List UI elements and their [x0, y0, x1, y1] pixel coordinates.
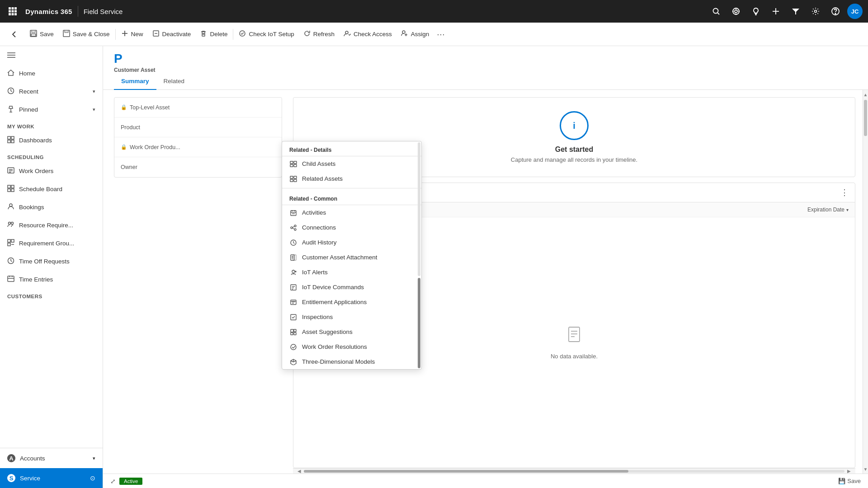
dropdown-item-three-dimensional-models[interactable]: Three-Dimensional Models	[282, 354, 421, 369]
check-iot-icon	[239, 30, 246, 38]
dropdown-item-asset-suggestions[interactable]: Asset Suggestions	[282, 324, 421, 339]
sidebar-item-schedule-board[interactable]: Schedule Board	[0, 180, 103, 198]
form-area: 🔒 Top-Level Asset Product 🔒	[103, 90, 868, 474]
dropdown-item-audit-history[interactable]: Audit History	[282, 235, 421, 250]
dropdown-item-iot-alerts[interactable]: IoT Alerts	[282, 265, 421, 280]
svg-rect-115	[291, 333, 293, 335]
delete-label: Delete	[210, 31, 227, 38]
status-save-label: Save	[847, 478, 861, 484]
add-icon[interactable]	[768, 3, 784, 19]
help-icon[interactable]	[827, 3, 844, 19]
dropdown-item-connections[interactable]: Connections	[282, 220, 421, 235]
vertical-scrollbar[interactable]: ▲ ▼	[863, 90, 868, 474]
new-button[interactable]: New	[117, 26, 148, 42]
sidebar-item-work-orders[interactable]: Work Orders	[0, 162, 103, 180]
work-order-product-label: 🔒 Work Order Produ...	[121, 144, 193, 150]
sidebar-item-recent[interactable]: Recent ▾	[0, 82, 103, 100]
sidebar-item-home[interactable]: Home	[0, 64, 103, 82]
refresh-button[interactable]: Refresh	[299, 26, 339, 42]
check-iot-button[interactable]: Check IoT Setup	[234, 26, 298, 42]
sidebar-item-time-off[interactable]: Time Off Requests	[0, 252, 103, 270]
dropdown-item-related-assets[interactable]: Related Assets	[282, 171, 421, 186]
owner-label: Owner	[121, 164, 193, 170]
svg-line-119	[291, 361, 293, 362]
sidebar-collapse-button[interactable]	[0, 46, 103, 64]
sidebar-item-time-entries[interactable]: Time Entries	[0, 270, 103, 288]
scroll-right-button[interactable]: ▶	[844, 469, 854, 474]
svg-rect-80	[294, 164, 297, 167]
dropdown-scroll-area[interactable]: Related - Details Child Assets	[282, 141, 421, 369]
scroll-left-button[interactable]: ◀	[295, 469, 304, 474]
save-close-button[interactable]: Save & Close	[58, 26, 114, 42]
dropdown-item-iot-device-commands[interactable]: IoT Device Commands	[282, 280, 421, 295]
sidebar-item-pinned[interactable]: Pinned ▾	[0, 100, 103, 118]
horizontal-scrollbar[interactable]: ◀ ▶	[293, 468, 855, 474]
svg-point-92	[294, 229, 296, 230]
save-icon	[30, 30, 37, 38]
svg-rect-2	[14, 7, 17, 9]
svg-rect-65	[11, 239, 14, 242]
scroll-down-button[interactable]: ▼	[863, 465, 868, 474]
more-commands-button[interactable]: ⋯	[434, 27, 448, 42]
filter-icon[interactable]	[788, 3, 804, 19]
dropdown-item-customer-asset-attachment[interactable]: Customer Asset Attachment	[282, 250, 421, 265]
dropdown-item-entitlement-applications[interactable]: Entitlement Applications	[282, 295, 421, 310]
dropdown-item-activities[interactable]: Activities	[282, 205, 421, 220]
sidebar-item-dashboards[interactable]: Dashboards	[0, 131, 103, 149]
back-button[interactable]	[7, 27, 22, 42]
svg-point-9	[713, 9, 718, 14]
timeline-circle: i	[560, 111, 589, 140]
connections-icon	[289, 225, 297, 231]
content-area: P Customer Asset Summary Related 🔒 Top-L…	[103, 46, 868, 488]
svg-rect-52	[11, 140, 14, 143]
sidebar-item-bookings[interactable]: Bookings	[0, 198, 103, 216]
check-iot-label: Check IoT Setup	[249, 31, 294, 38]
tab-summary[interactable]: Summary	[114, 73, 156, 90]
svg-rect-112	[291, 314, 296, 320]
sidebar-item-service[interactable]: S Service ⊙	[0, 468, 103, 488]
form-fields: 🔒 Top-Level Asset Product 🔒	[103, 90, 293, 474]
expiration-col-header[interactable]: Expiration Date ▾	[807, 206, 849, 213]
child-assets-label: Child Assets	[302, 160, 335, 167]
user-avatar[interactable]: JC	[847, 4, 863, 19]
dropdown-item-work-order-resolutions[interactable]: Work Order Resolutions	[282, 339, 421, 354]
status-save-button[interactable]: 💾 Save	[838, 478, 861, 484]
sidebar-item-requirement-groups[interactable]: Requirement Grou...	[0, 234, 103, 252]
dropdown-item-inspections[interactable]: Inspections	[282, 310, 421, 324]
check-access-label: Check Access	[354, 31, 392, 38]
recent-icon	[7, 87, 14, 96]
sidebar-item-resource-requirements[interactable]: Resource Require...	[0, 216, 103, 234]
pinned-icon	[7, 105, 14, 114]
sidebar-service-label: Service	[20, 475, 40, 482]
status-expand-icon[interactable]: ⤢	[110, 478, 116, 485]
svg-point-24	[835, 13, 836, 14]
top-navigation: Dynamics 365 Field Service	[0, 0, 868, 23]
settings-icon[interactable]	[807, 3, 824, 19]
assign-icon	[401, 30, 408, 38]
scrollbar-thumb[interactable]	[304, 470, 628, 473]
tab-related[interactable]: Related	[156, 73, 192, 90]
svg-rect-66	[8, 243, 10, 246]
sidebar-schedule-board-label: Schedule Board	[19, 186, 62, 192]
check-access-button[interactable]: Check Access	[339, 26, 396, 42]
search-icon[interactable]	[708, 3, 724, 19]
delete-button[interactable]: Delete	[195, 26, 232, 42]
dropdown-item-child-assets[interactable]: Child Assets	[282, 156, 421, 171]
linked-articles-more-button[interactable]: ⋮	[840, 188, 849, 197]
save-button[interactable]: Save	[25, 26, 58, 42]
deactivate-button[interactable]: Deactivate	[148, 26, 196, 42]
target-icon[interactable]	[728, 3, 744, 19]
audit-history-icon	[289, 239, 297, 246]
assign-button[interactable]: Assign	[396, 26, 434, 42]
svg-rect-6	[9, 13, 11, 15]
entitlement-applications-icon	[289, 299, 297, 305]
lightbulb-icon[interactable]	[748, 3, 764, 19]
svg-rect-82	[294, 176, 297, 178]
scroll-up-button[interactable]: ▲	[863, 90, 868, 99]
svg-rect-79	[290, 164, 293, 167]
sidebar-item-accounts[interactable]: A Accounts ▾	[0, 448, 103, 468]
waffle-menu[interactable]	[5, 4, 20, 19]
dashboards-icon	[7, 136, 14, 145]
sidebar-accounts-label: Accounts	[20, 455, 45, 462]
v-scrollbar-thumb[interactable]	[864, 100, 867, 136]
